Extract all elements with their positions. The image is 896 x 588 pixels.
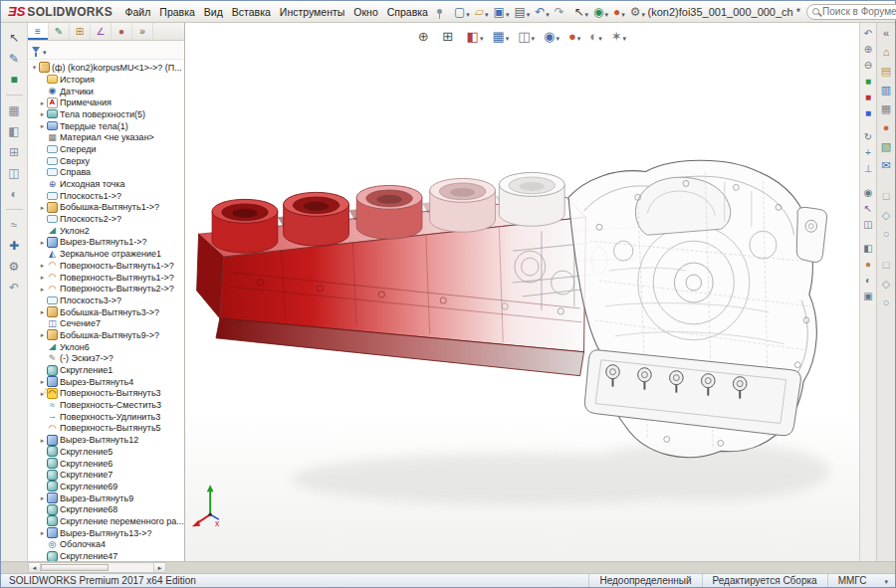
filter-caret-icon[interactable] (42, 41, 47, 59)
tree-item[interactable]: Тела поверхности(5) (30, 108, 184, 120)
toolbar-separator[interactable] (6, 95, 23, 96)
tree-item[interactable]: Плоскость1->? (30, 190, 184, 202)
featuremanager-tab[interactable]: ≡ (28, 23, 49, 40)
tree-item[interactable]: Вырез-Вытянуть9 (30, 492, 184, 504)
evaluate-tool-icon[interactable]: ⊞ (5, 143, 24, 161)
render-tools-icon[interactable]: ◐ (5, 185, 24, 203)
tree-item[interactable]: ◠ Поверхность-Вытянуть1->? (30, 272, 184, 284)
collapse-pane-icon[interactable]: « (878, 26, 894, 41)
menu-item[interactable]: Окно (349, 4, 382, 20)
appearances-scenes-icon[interactable]: ● (878, 120, 894, 135)
expander-icon[interactable] (30, 64, 39, 71)
tree-item[interactable]: ◠ Поверхность-Вытянуть2->? (30, 283, 184, 294)
instant3d-icon[interactable]: ↶ (5, 279, 24, 296)
expander-icon[interactable] (38, 99, 47, 106)
tree-item[interactable]: ≈ Поверхность-Сместить3 (30, 399, 184, 411)
tree-item[interactable]: Плоскость2->? (30, 213, 184, 225)
view-palette-icon[interactable]: ▦ (878, 101, 894, 116)
options-tool-icon[interactable]: ⚙ (5, 258, 24, 276)
scrollbar-track[interactable] (109, 563, 153, 572)
new-document-icon[interactable]: ▢ (451, 2, 472, 22)
menu-item[interactable]: Инструменты (275, 4, 348, 20)
tree-item[interactable]: Скругление68 (30, 503, 184, 515)
graphics-viewport[interactable]: ⊕ ⊞ ◧ ▦ ◫ ◉ ● ◐ ✶ (185, 23, 859, 561)
expander-icon[interactable] (38, 331, 47, 338)
menu-item[interactable]: Справка (382, 4, 432, 20)
menu-item[interactable]: Вид (199, 4, 227, 20)
tree-item[interactable]: История (30, 74, 184, 86)
display-style-icon[interactable]: ◫ (861, 218, 876, 232)
camera-tool-icon[interactable]: ▣ (861, 290, 876, 303)
tree-item[interactable]: Плоскость3->? (30, 294, 184, 306)
rotate-view-icon[interactable]: ↻ (861, 130, 876, 144)
expander-icon[interactable] (38, 239, 47, 246)
print-icon[interactable]: ▤ (512, 2, 533, 22)
scene-tool-icon[interactable]: ◐ (861, 274, 876, 288)
mold-tools-icon[interactable]: ◧ (5, 122, 24, 140)
tree-item[interactable]: ◠ Поверхность-Вытянуть3 (30, 388, 184, 400)
pane-tool-icon[interactable]: □ (878, 189, 894, 204)
display-style-icon[interactable]: ◫ (517, 26, 536, 46)
file-explorer-icon[interactable]: ▥ (878, 83, 894, 98)
toolbar-separator[interactable] (6, 209, 23, 210)
tree-item[interactable]: Спереди (30, 143, 184, 155)
tree-item[interactable]: → Поверхность-Удлинить3 (30, 411, 184, 423)
pane-tool-icon[interactable]: □ (878, 258, 894, 273)
view-right-icon[interactable]: ■ (861, 106, 876, 120)
expander-icon[interactable] (38, 378, 47, 385)
tree-item[interactable]: Скругление69 (30, 481, 184, 492)
displaymanager-tab[interactable]: ● (112, 23, 132, 40)
tree-item[interactable]: ◢ Уклон2 (30, 225, 184, 237)
section-view-icon[interactable]: ◧ (466, 26, 485, 46)
open-icon[interactable]: ▱ (472, 2, 491, 22)
scroll-left-button[interactable] (29, 563, 41, 572)
view-settings-icon[interactable]: ✶ (610, 26, 627, 46)
tree-item[interactable]: Бобышка-Вытянуть9->? (30, 329, 184, 341)
tree-item[interactable]: Бобышка-Вытянуть1->? (30, 202, 184, 214)
expander-icon[interactable] (38, 274, 47, 281)
pane-tool-icon[interactable]: ○ (878, 227, 894, 242)
curves-tool-icon[interactable]: ≈ (5, 216, 24, 234)
surfaces-tool-icon[interactable]: ▦ (5, 101, 24, 119)
hide-show-icon[interactable]: ◉ (543, 26, 560, 46)
tree-item[interactable]: ◠ Поверхность-Вытянуть1->? (30, 260, 184, 272)
tree-item[interactable]: ▦ Материал <не указан> (30, 131, 184, 143)
tree-item[interactable]: ⊕ Исходная точка (30, 178, 184, 190)
menu-item[interactable]: Файл (120, 4, 155, 20)
tree-item[interactable]: Твердые тела(1) (30, 120, 184, 132)
design-library-icon[interactable]: ▤ (878, 64, 894, 79)
view-top-icon[interactable]: ■ (861, 91, 876, 104)
tree-item[interactable]: Бобышка-Вытянуть3->? (30, 306, 184, 318)
dimxpertmanager-tab[interactable]: ∠ (91, 23, 112, 40)
tabs-overflow-icon[interactable]: » (132, 23, 153, 40)
redo-icon[interactable]: ↷ (552, 2, 571, 22)
expander-icon[interactable] (38, 308, 47, 315)
view-orientation-icon[interactable]: ▦ (491, 26, 510, 46)
select-icon[interactable]: ↖ (571, 2, 591, 22)
menu-item[interactable]: Вставка (227, 4, 275, 20)
tree-item[interactable]: ◠ Поверхность-Вытянуть5 (30, 423, 184, 435)
previous-view-icon[interactable]: ↶ (861, 27, 876, 41)
zoom-area-icon[interactable]: ⊞ (441, 26, 458, 46)
tree-item[interactable]: Скругление переменного ра... (30, 515, 184, 527)
tree-item[interactable]: A Примечания (30, 97, 184, 108)
custom-properties-icon[interactable]: ▧ (878, 139, 894, 154)
pan-icon[interactable]: + (861, 146, 876, 160)
tree-item[interactable]: ◢ Уклон6 (30, 341, 184, 353)
tree-horizontal-scrollbar[interactable] (28, 562, 166, 573)
expander-icon[interactable] (38, 286, 47, 293)
tree-item[interactable]: Скругление5 (30, 446, 184, 458)
normal-to-icon[interactable]: ⊥ (861, 162, 876, 176)
expander-icon[interactable] (38, 494, 47, 501)
tree-item[interactable]: Вырез-Вытянуть1->? (30, 237, 184, 249)
tree-item[interactable]: ◭ Зеркальное отражение1 (30, 248, 184, 260)
expander-icon[interactable] (38, 262, 47, 269)
pin-icon[interactable] (432, 9, 447, 14)
tree-item[interactable]: Скругление47 (30, 550, 184, 561)
tree-root-item[interactable]: (ф) (kon2)korpusMU<1>->? (П... (30, 61, 184, 74)
sketch-tool-icon[interactable]: ✎ (5, 50, 24, 68)
expander-icon[interactable] (38, 122, 47, 129)
scroll-right-button[interactable] (153, 563, 165, 572)
section-tool-icon[interactable]: ◧ (861, 242, 876, 256)
tree-item[interactable]: Скругление1 (30, 364, 184, 376)
